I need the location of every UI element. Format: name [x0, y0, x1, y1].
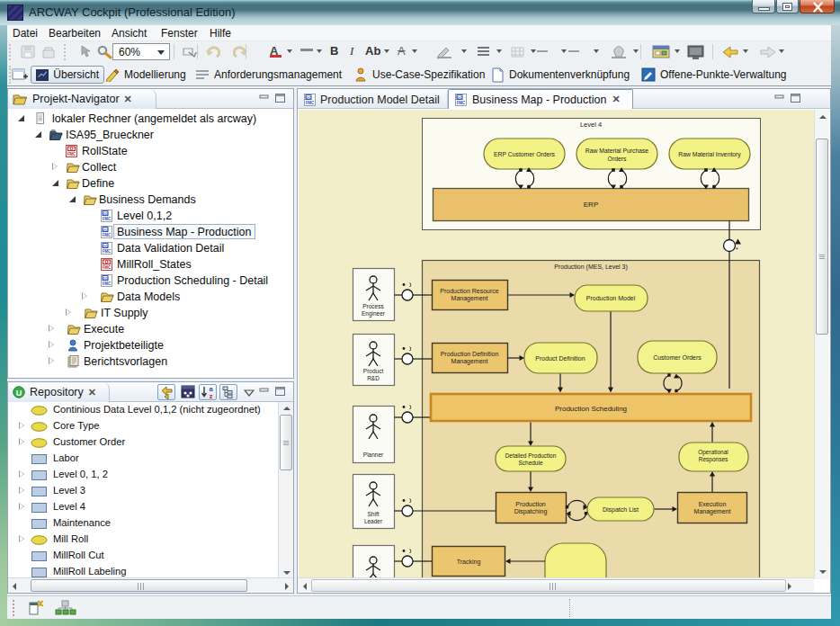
svg-text:Customer Orders: Customer Orders: [653, 354, 701, 361]
svg-text:Production Definition: Production Definition: [441, 351, 499, 357]
svg-text:Production Model: Production Model: [586, 295, 636, 301]
svg-text:DO: DO: [306, 94, 312, 99]
svg-text:Production Scheduling: Production Scheduling: [555, 405, 627, 413]
svg-text:Shift: Shift: [367, 511, 379, 517]
svg-text:Operational: Operational: [698, 449, 728, 456]
svg-text:ERP Customer Orders: ERP Customer Orders: [494, 151, 555, 157]
svg-text:FMC: FMC: [457, 101, 466, 105]
svg-text:Level 4: Level 4: [580, 121, 602, 129]
svg-text:*: *: [736, 246, 738, 253]
svg-text:FMC: FMC: [103, 282, 112, 286]
svg-text:DO: DO: [103, 211, 109, 216]
svg-text:DO: DO: [103, 228, 109, 232]
svg-text:FMC: FMC: [306, 101, 315, 105]
svg-text:R&D: R&D: [367, 375, 380, 381]
svg-text:Raw Material Purchase: Raw Material Purchase: [585, 148, 648, 154]
svg-text:z: z: [210, 392, 213, 399]
svg-text:FMC: FMC: [103, 233, 112, 237]
svg-text:Production Resource: Production Resource: [440, 288, 498, 294]
svg-text:Leader: Leader: [364, 518, 383, 524]
svg-text:DO: DO: [457, 94, 463, 99]
svg-text:Tracking: Tracking: [457, 559, 481, 566]
svg-text:U: U: [16, 389, 22, 398]
svg-text:Management: Management: [451, 295, 488, 302]
svg-text:Raw Material Inventory: Raw Material Inventory: [678, 151, 741, 158]
svg-text:Responses: Responses: [699, 456, 728, 463]
svg-text:DO: DO: [103, 276, 109, 281]
svg-text:FMC: FMC: [103, 249, 112, 254]
svg-text:DO: DO: [103, 244, 109, 248]
svg-text:FMC: FMC: [103, 265, 112, 270]
svg-text:Management: Management: [694, 508, 731, 515]
svg-text:ERP: ERP: [584, 201, 598, 209]
svg-text:Engineer: Engineer: [362, 310, 386, 317]
svg-text:Management: Management: [451, 358, 488, 365]
svg-text:Product Definition: Product Definition: [535, 355, 585, 362]
svg-text:Schedule: Schedule: [518, 460, 542, 466]
svg-text:Execution: Execution: [699, 501, 727, 507]
svg-text:FMC: FMC: [67, 152, 76, 156]
svg-text:Dispatch List: Dispatch List: [603, 506, 639, 514]
svg-text:Process: Process: [362, 303, 384, 309]
svg-text:Dispatching: Dispatching: [514, 508, 548, 515]
svg-text:Orders: Orders: [608, 156, 627, 162]
svg-text:FMC: FMC: [103, 217, 112, 221]
svg-text:Planner: Planner: [363, 452, 384, 458]
svg-text:Production (MES, Level 3): Production (MES, Level 3): [554, 264, 628, 271]
svg-text:Detailed Production: Detailed Production: [505, 452, 557, 459]
svg-text:Production: Production: [515, 501, 546, 507]
svg-text:Product: Product: [363, 368, 384, 374]
